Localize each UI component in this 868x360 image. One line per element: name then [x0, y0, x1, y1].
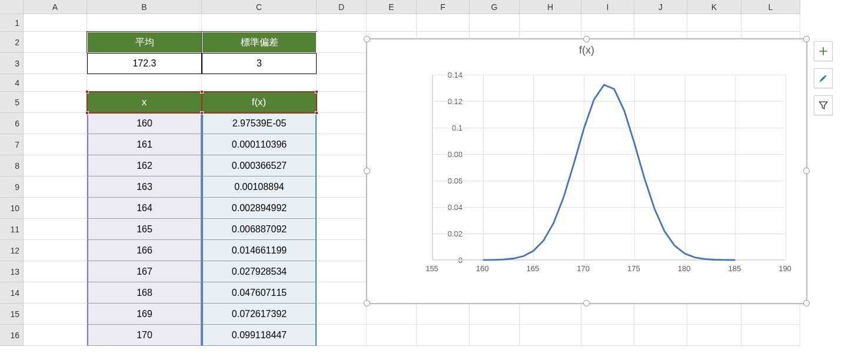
col-header-A[interactable]: A: [24, 0, 87, 14]
chart-resize-handle-nw[interactable]: [364, 36, 370, 42]
cell-A5[interactable]: [24, 92, 87, 113]
col-header-I[interactable]: I: [581, 0, 634, 14]
cell-E16[interactable]: [367, 325, 417, 346]
cell-D4[interactable]: [317, 74, 367, 92]
row-header-9[interactable]: 9: [0, 176, 24, 198]
cell-B9[interactable]: 163: [87, 176, 202, 198]
cell-D15[interactable]: [317, 304, 367, 325]
cell-D5[interactable]: [317, 92, 367, 113]
cell-C8[interactable]: 0.000366527: [202, 155, 317, 176]
row-header-13[interactable]: 13: [0, 261, 24, 282]
cell-B2-mean-header[interactable]: 平均: [87, 32, 202, 53]
cell-D8[interactable]: [317, 155, 367, 176]
cell-A8[interactable]: [24, 155, 87, 176]
chart-resize-handle-n[interactable]: [583, 36, 590, 42]
chart-resize-handle-s[interactable]: [583, 300, 590, 306]
chart-filters-button[interactable]: [814, 95, 833, 115]
cell-A7[interactable]: [24, 134, 87, 155]
col-header-C[interactable]: C: [202, 0, 317, 14]
cell-B7[interactable]: 161: [87, 134, 202, 155]
cell-B11[interactable]: 165: [87, 219, 202, 240]
col-header-K[interactable]: K: [687, 0, 741, 14]
cell-D7[interactable]: [317, 134, 367, 155]
cell-C12[interactable]: 0.014661199: [202, 240, 317, 261]
col-header-F[interactable]: F: [417, 0, 470, 14]
row-header-4[interactable]: 4: [0, 74, 24, 92]
cell-G15[interactable]: [470, 304, 520, 325]
col-header-H[interactable]: H: [520, 0, 581, 14]
cell-L1[interactable]: [741, 14, 800, 32]
row-header-7[interactable]: 7: [0, 134, 24, 155]
cell-I15[interactable]: [581, 304, 634, 325]
cell-C6[interactable]: 2.97539E-05: [202, 113, 317, 134]
cell-A13[interactable]: [24, 261, 87, 282]
select-all-corner[interactable]: [0, 0, 24, 14]
chart-object[interactable]: f(x) 00.020.040.060.080.10.120.14 155160…: [367, 39, 807, 304]
cell-I16[interactable]: [581, 325, 634, 346]
cell-D1[interactable]: [317, 14, 367, 32]
chart-resize-handle-se[interactable]: [803, 300, 810, 306]
cell-B14[interactable]: 168: [87, 282, 202, 304]
cell-F15[interactable]: [417, 304, 470, 325]
chart-resize-handle-sw[interactable]: [364, 300, 370, 306]
chart-styles-button[interactable]: [814, 68, 833, 88]
cell-H16[interactable]: [520, 325, 581, 346]
cell-C15[interactable]: 0.072617392: [202, 304, 317, 325]
cell-I1[interactable]: [581, 14, 634, 32]
cell-A14[interactable]: [24, 282, 87, 304]
cell-D2[interactable]: [317, 32, 367, 53]
cell-C14[interactable]: 0.047607115: [202, 282, 317, 304]
cell-E15[interactable]: [367, 304, 417, 325]
col-header-D[interactable]: D: [317, 0, 367, 14]
cell-B4[interactable]: [87, 74, 202, 92]
cell-D16[interactable]: [317, 325, 367, 346]
row-header-11[interactable]: 11: [0, 219, 24, 240]
cell-B10[interactable]: 164: [87, 198, 202, 219]
cell-A12[interactable]: [24, 240, 87, 261]
cell-J16[interactable]: [634, 325, 687, 346]
row-header-12[interactable]: 12: [0, 240, 24, 261]
cell-J15[interactable]: [634, 304, 687, 325]
cell-C13[interactable]: 0.027928534: [202, 261, 317, 282]
cell-D3[interactable]: [317, 53, 367, 74]
cell-C9[interactable]: 0.00108894: [202, 176, 317, 198]
cell-E1[interactable]: [367, 14, 417, 32]
row-header-15[interactable]: 15: [0, 304, 24, 325]
cell-A4[interactable]: [24, 74, 87, 92]
cell-D10[interactable]: [317, 198, 367, 219]
cell-C1[interactable]: [202, 14, 317, 32]
chart-plot-area[interactable]: 00.020.040.060.080.10.120.14 15516016517…: [404, 75, 792, 272]
cell-K1[interactable]: [687, 14, 741, 32]
cell-L15[interactable]: [741, 304, 800, 325]
cell-K15[interactable]: [687, 304, 741, 325]
cell-G1[interactable]: [470, 14, 520, 32]
row-header-14[interactable]: 14: [0, 282, 24, 304]
cell-A11[interactable]: [24, 219, 87, 240]
cell-D6[interactable]: [317, 113, 367, 134]
cell-D9[interactable]: [317, 176, 367, 198]
chart-elements-button[interactable]: [814, 41, 833, 61]
row-header-2[interactable]: 2: [0, 32, 24, 53]
row-header-3[interactable]: 3: [0, 53, 24, 74]
cell-B15[interactable]: 169: [87, 304, 202, 325]
cell-A3[interactable]: [24, 53, 87, 74]
chart-line-series[interactable]: [433, 75, 786, 260]
cell-D14[interactable]: [317, 282, 367, 304]
cell-B6[interactable]: 160: [87, 113, 202, 134]
cell-H15[interactable]: [520, 304, 581, 325]
cell-C10[interactable]: 0.002894992: [202, 198, 317, 219]
cell-C4[interactable]: [202, 74, 317, 92]
chart-resize-handle-ne[interactable]: [803, 36, 810, 42]
cell-B1[interactable]: [87, 14, 202, 32]
chart-resize-handle-w[interactable]: [364, 168, 370, 174]
cell-L16[interactable]: [741, 325, 800, 346]
cell-H1[interactable]: [520, 14, 581, 32]
cell-D12[interactable]: [317, 240, 367, 261]
cell-B3-mean-value[interactable]: 172.3: [87, 53, 202, 74]
cell-D13[interactable]: [317, 261, 367, 282]
cell-A10[interactable]: [24, 198, 87, 219]
cell-B16[interactable]: 170: [87, 325, 202, 346]
cell-B12[interactable]: 166: [87, 240, 202, 261]
cell-J1[interactable]: [634, 14, 687, 32]
cell-C7[interactable]: 0.000110396: [202, 134, 317, 155]
